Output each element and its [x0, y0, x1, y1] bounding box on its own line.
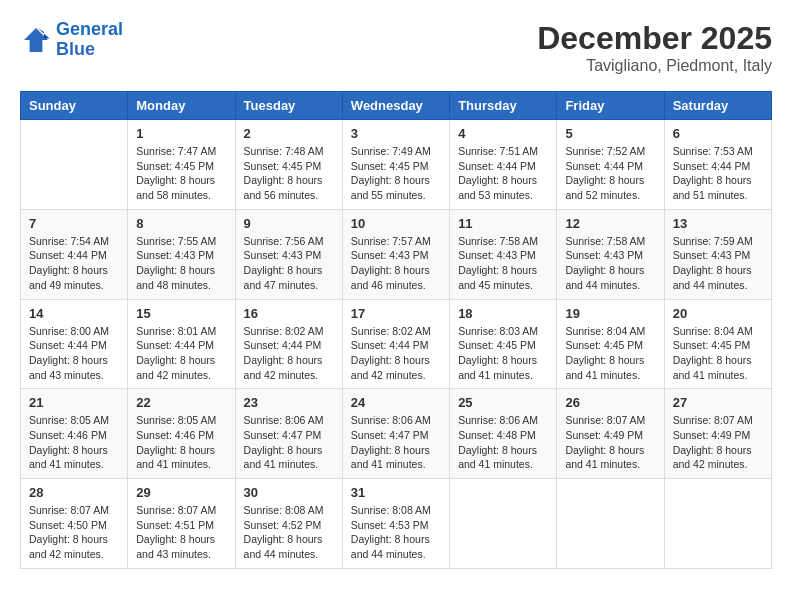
cell-content: Sunrise: 8:06 AMSunset: 4:48 PMDaylight:… [458, 413, 548, 472]
day-number: 11 [458, 216, 548, 231]
day-number: 4 [458, 126, 548, 141]
day-number: 29 [136, 485, 226, 500]
day-number: 26 [565, 395, 655, 410]
cell-content: Sunrise: 7:47 AMSunset: 4:45 PMDaylight:… [136, 144, 226, 203]
calendar-cell: 14Sunrise: 8:00 AMSunset: 4:44 PMDayligh… [21, 299, 128, 389]
cell-content: Sunrise: 8:01 AMSunset: 4:44 PMDaylight:… [136, 324, 226, 383]
calendar-cell [557, 479, 664, 569]
calendar-cell: 6Sunrise: 7:53 AMSunset: 4:44 PMDaylight… [664, 120, 771, 210]
calendar-cell: 11Sunrise: 7:58 AMSunset: 4:43 PMDayligh… [450, 209, 557, 299]
cell-content: Sunrise: 8:07 AMSunset: 4:49 PMDaylight:… [673, 413, 763, 472]
day-number: 27 [673, 395, 763, 410]
calendar-cell: 8Sunrise: 7:55 AMSunset: 4:43 PMDaylight… [128, 209, 235, 299]
cell-content: Sunrise: 8:06 AMSunset: 4:47 PMDaylight:… [244, 413, 334, 472]
day-number: 16 [244, 306, 334, 321]
calendar-cell: 3Sunrise: 7:49 AMSunset: 4:45 PMDaylight… [342, 120, 449, 210]
day-number: 22 [136, 395, 226, 410]
day-number: 10 [351, 216, 441, 231]
calendar-cell: 16Sunrise: 8:02 AMSunset: 4:44 PMDayligh… [235, 299, 342, 389]
calendar-cell: 29Sunrise: 8:07 AMSunset: 4:51 PMDayligh… [128, 479, 235, 569]
calendar-week-3: 14Sunrise: 8:00 AMSunset: 4:44 PMDayligh… [21, 299, 772, 389]
calendar-cell: 21Sunrise: 8:05 AMSunset: 4:46 PMDayligh… [21, 389, 128, 479]
calendar-cell: 1Sunrise: 7:47 AMSunset: 4:45 PMDaylight… [128, 120, 235, 210]
col-header-saturday: Saturday [664, 92, 771, 120]
calendar-cell: 31Sunrise: 8:08 AMSunset: 4:53 PMDayligh… [342, 479, 449, 569]
logo-icon [20, 24, 52, 56]
logo: General Blue [20, 20, 123, 60]
calendar-cell: 22Sunrise: 8:05 AMSunset: 4:46 PMDayligh… [128, 389, 235, 479]
page-header: General Blue December 2025 Tavigliano, P… [20, 20, 772, 75]
calendar-cell: 24Sunrise: 8:06 AMSunset: 4:47 PMDayligh… [342, 389, 449, 479]
col-header-thursday: Thursday [450, 92, 557, 120]
day-number: 23 [244, 395, 334, 410]
cell-content: Sunrise: 7:57 AMSunset: 4:43 PMDaylight:… [351, 234, 441, 293]
calendar-cell: 25Sunrise: 8:06 AMSunset: 4:48 PMDayligh… [450, 389, 557, 479]
calendar-cell: 26Sunrise: 8:07 AMSunset: 4:49 PMDayligh… [557, 389, 664, 479]
cell-content: Sunrise: 7:52 AMSunset: 4:44 PMDaylight:… [565, 144, 655, 203]
calendar-cell: 4Sunrise: 7:51 AMSunset: 4:44 PMDaylight… [450, 120, 557, 210]
cell-content: Sunrise: 7:48 AMSunset: 4:45 PMDaylight:… [244, 144, 334, 203]
cell-content: Sunrise: 7:56 AMSunset: 4:43 PMDaylight:… [244, 234, 334, 293]
day-number: 13 [673, 216, 763, 231]
cell-content: Sunrise: 7:58 AMSunset: 4:43 PMDaylight:… [458, 234, 548, 293]
logo-blue: Blue [56, 40, 123, 60]
calendar-cell: 9Sunrise: 7:56 AMSunset: 4:43 PMDaylight… [235, 209, 342, 299]
calendar-cell: 15Sunrise: 8:01 AMSunset: 4:44 PMDayligh… [128, 299, 235, 389]
day-number: 6 [673, 126, 763, 141]
day-number: 8 [136, 216, 226, 231]
day-number: 15 [136, 306, 226, 321]
calendar-cell: 10Sunrise: 7:57 AMSunset: 4:43 PMDayligh… [342, 209, 449, 299]
title-area: December 2025 Tavigliano, Piedmont, Ital… [537, 20, 772, 75]
day-number: 18 [458, 306, 548, 321]
cell-content: Sunrise: 8:06 AMSunset: 4:47 PMDaylight:… [351, 413, 441, 472]
calendar-cell [21, 120, 128, 210]
day-number: 24 [351, 395, 441, 410]
day-number: 28 [29, 485, 119, 500]
cell-content: Sunrise: 7:51 AMSunset: 4:44 PMDaylight:… [458, 144, 548, 203]
month-title: December 2025 [537, 20, 772, 57]
day-number: 30 [244, 485, 334, 500]
calendar-cell: 23Sunrise: 8:06 AMSunset: 4:47 PMDayligh… [235, 389, 342, 479]
cell-content: Sunrise: 8:05 AMSunset: 4:46 PMDaylight:… [136, 413, 226, 472]
day-number: 25 [458, 395, 548, 410]
cell-content: Sunrise: 7:54 AMSunset: 4:44 PMDaylight:… [29, 234, 119, 293]
day-number: 5 [565, 126, 655, 141]
svg-marker-0 [24, 28, 48, 52]
cell-content: Sunrise: 8:05 AMSunset: 4:46 PMDaylight:… [29, 413, 119, 472]
day-number: 20 [673, 306, 763, 321]
day-number: 3 [351, 126, 441, 141]
col-header-tuesday: Tuesday [235, 92, 342, 120]
cell-content: Sunrise: 8:08 AMSunset: 4:53 PMDaylight:… [351, 503, 441, 562]
day-number: 21 [29, 395, 119, 410]
calendar-cell: 27Sunrise: 8:07 AMSunset: 4:49 PMDayligh… [664, 389, 771, 479]
calendar-cell: 13Sunrise: 7:59 AMSunset: 4:43 PMDayligh… [664, 209, 771, 299]
cell-content: Sunrise: 8:07 AMSunset: 4:49 PMDaylight:… [565, 413, 655, 472]
calendar-week-1: 1Sunrise: 7:47 AMSunset: 4:45 PMDaylight… [21, 120, 772, 210]
calendar-cell: 28Sunrise: 8:07 AMSunset: 4:50 PMDayligh… [21, 479, 128, 569]
cell-content: Sunrise: 7:55 AMSunset: 4:43 PMDaylight:… [136, 234, 226, 293]
day-number: 9 [244, 216, 334, 231]
day-number: 14 [29, 306, 119, 321]
cell-content: Sunrise: 8:03 AMSunset: 4:45 PMDaylight:… [458, 324, 548, 383]
calendar-table: SundayMondayTuesdayWednesdayThursdayFrid… [20, 91, 772, 569]
col-header-sunday: Sunday [21, 92, 128, 120]
calendar-cell: 12Sunrise: 7:58 AMSunset: 4:43 PMDayligh… [557, 209, 664, 299]
cell-content: Sunrise: 7:49 AMSunset: 4:45 PMDaylight:… [351, 144, 441, 203]
day-number: 12 [565, 216, 655, 231]
calendar-week-2: 7Sunrise: 7:54 AMSunset: 4:44 PMDaylight… [21, 209, 772, 299]
location: Tavigliano, Piedmont, Italy [537, 57, 772, 75]
day-number: 31 [351, 485, 441, 500]
calendar-header-row: SundayMondayTuesdayWednesdayThursdayFrid… [21, 92, 772, 120]
cell-content: Sunrise: 7:53 AMSunset: 4:44 PMDaylight:… [673, 144, 763, 203]
calendar-week-5: 28Sunrise: 8:07 AMSunset: 4:50 PMDayligh… [21, 479, 772, 569]
calendar-cell: 7Sunrise: 7:54 AMSunset: 4:44 PMDaylight… [21, 209, 128, 299]
day-number: 17 [351, 306, 441, 321]
day-number: 7 [29, 216, 119, 231]
calendar-week-4: 21Sunrise: 8:05 AMSunset: 4:46 PMDayligh… [21, 389, 772, 479]
col-header-monday: Monday [128, 92, 235, 120]
calendar-cell [664, 479, 771, 569]
day-number: 19 [565, 306, 655, 321]
cell-content: Sunrise: 8:07 AMSunset: 4:50 PMDaylight:… [29, 503, 119, 562]
cell-content: Sunrise: 7:58 AMSunset: 4:43 PMDaylight:… [565, 234, 655, 293]
day-number: 1 [136, 126, 226, 141]
